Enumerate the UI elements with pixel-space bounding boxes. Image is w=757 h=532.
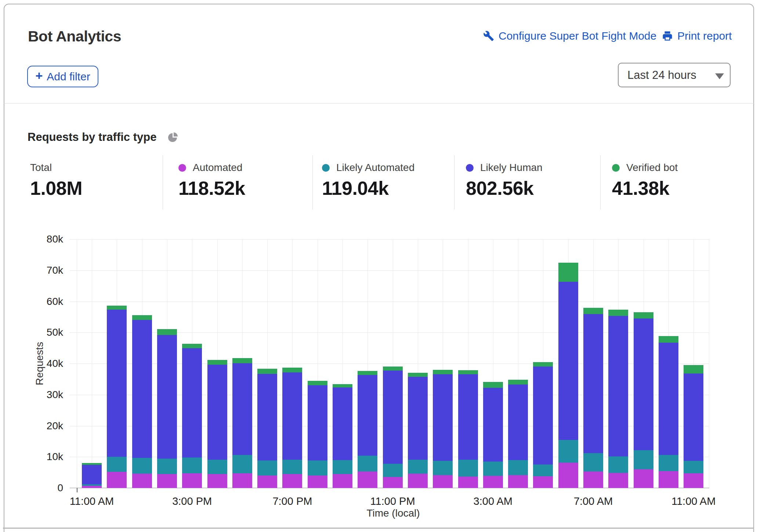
bar-segment-automated [608, 473, 628, 488]
bar-segment-likely_human [333, 387, 352, 460]
bar-segment-likely_human [558, 282, 578, 440]
bar-21[interactable] [608, 310, 628, 488]
bar-23[interactable] [659, 336, 678, 488]
bar-segment-verified_bot [558, 263, 578, 282]
bar-segment-automated [282, 474, 302, 488]
bar-segment-likely_automated [433, 461, 453, 475]
print-report-link[interactable]: Print report [662, 30, 732, 42]
bar-10[interactable] [333, 384, 352, 488]
stat-divider [163, 155, 163, 209]
y-tick-label: 30k [47, 389, 63, 401]
bar-14[interactable] [433, 370, 453, 488]
bar-segment-likely_human [257, 374, 277, 460]
configure-super-bot-fight-mode-link[interactable]: Configure Super Bot Fight Mode [483, 30, 656, 42]
stat-likely-automated: Likely Automated119.04k [322, 162, 414, 198]
bar-segment-likely_automated [383, 464, 403, 477]
section-title: Requests by traffic type [28, 131, 156, 144]
add-filter-label: Add filter [47, 70, 90, 83]
bar-segment-likely_human [608, 316, 628, 456]
bar-segment-likely_human [207, 365, 227, 460]
bar-segment-likely_automated [458, 460, 478, 477]
bar-segment-verified_bot [232, 358, 252, 363]
bar-3[interactable] [157, 329, 177, 488]
y-tick-label: 40k [47, 358, 63, 369]
bar-segment-likely_human [684, 374, 703, 461]
bar-17[interactable] [508, 380, 528, 488]
bar-segment-likely_automated [583, 453, 603, 471]
bar-segment-verified_bot [533, 362, 553, 367]
bar-segment-verified_bot [282, 368, 302, 372]
x-tick-label: 7:00 AM [574, 495, 613, 507]
bar-segment-likely_human [82, 465, 102, 484]
plus-icon: + [35, 69, 43, 83]
bar-5[interactable] [207, 360, 227, 488]
bar-9[interactable] [308, 381, 327, 488]
bar-4[interactable] [182, 344, 202, 488]
bar-20[interactable] [583, 308, 603, 488]
add-filter-button[interactable]: + Add filter [27, 66, 98, 87]
bar-segment-likely_human [358, 375, 377, 456]
bar-segment-likely_automated [558, 440, 578, 463]
bar-2[interactable] [132, 315, 152, 488]
y-tick-label: 80k [47, 233, 63, 245]
bar-1[interactable] [107, 306, 127, 488]
bar-13[interactable] [408, 373, 428, 488]
configure-link-label: Configure Super Bot Fight Mode [499, 30, 656, 42]
bar-segment-likely_human [182, 348, 202, 458]
bar-segment-verified_bot [383, 367, 403, 371]
bar-24[interactable] [684, 365, 703, 488]
bottom-separator [3, 528, 754, 529]
bar-segment-automated [408, 474, 428, 488]
bar-segment-likely_human [132, 320, 152, 458]
bar-segment-automated [558, 463, 578, 488]
bar-segment-likely_automated [358, 456, 377, 471]
y-tick-label: 50k [47, 327, 63, 338]
bar-6[interactable] [232, 358, 252, 488]
x-tick-label: 11:00 PM [370, 495, 415, 507]
bar-segment-likely_automated [483, 462, 503, 476]
bar-segment-verified_bot [684, 365, 703, 374]
bar-segment-likely_automated [182, 458, 202, 473]
y-tick-label: 20k [47, 420, 63, 432]
bar-segment-likely_human [634, 318, 653, 450]
bar-segment-likely_human [583, 314, 603, 453]
bar-segment-likely_automated [659, 455, 678, 471]
bar-segment-verified_bot [182, 344, 202, 348]
bar-segment-verified_bot [333, 384, 352, 387]
bar-8[interactable] [282, 368, 302, 488]
bar-11[interactable] [358, 371, 377, 488]
x-tick-label: 11:00 AM [70, 495, 114, 507]
bar-0[interactable] [82, 463, 102, 488]
plot-area [77, 239, 709, 488]
bar-segment-verified_bot [408, 373, 428, 377]
printer-icon [662, 30, 673, 41]
bar-segment-likely_human [659, 343, 678, 455]
bar-segment-automated [684, 473, 703, 488]
bar-segment-automated [533, 476, 553, 488]
bar-18[interactable] [533, 362, 553, 488]
bot-analytics-page: Bot Analytics Configure Super Bot Fight … [0, 0, 757, 532]
stat-total: Total1.08M [30, 162, 82, 198]
bar-segment-likely_automated [157, 459, 177, 474]
y-tick-label: 0 [57, 482, 63, 494]
bar-19[interactable] [558, 263, 578, 488]
bar-segment-verified_bot [659, 336, 678, 343]
bar-16[interactable] [483, 382, 503, 488]
legend-dot [466, 164, 474, 172]
time-range-dropdown[interactable]: Last 24 hours [618, 63, 731, 87]
bar-22[interactable] [634, 312, 653, 488]
bar-segment-likely_automated [333, 460, 352, 474]
bar-segment-automated [433, 475, 453, 488]
bar-segment-automated [232, 473, 252, 488]
stat-value: 118.52k [178, 179, 245, 198]
bar-15[interactable] [458, 370, 478, 488]
stat-divider [454, 155, 454, 209]
bar-12[interactable] [383, 367, 403, 488]
bar-segment-likely_automated [634, 450, 653, 469]
x-tick-label: 3:00 PM [172, 495, 212, 507]
stat-value: 119.04k [322, 179, 414, 198]
bar-7[interactable] [257, 369, 277, 488]
y-tick-label: 60k [47, 296, 63, 307]
bar-segment-likely_human [533, 367, 553, 465]
y-tick-label: 10k [47, 451, 63, 463]
